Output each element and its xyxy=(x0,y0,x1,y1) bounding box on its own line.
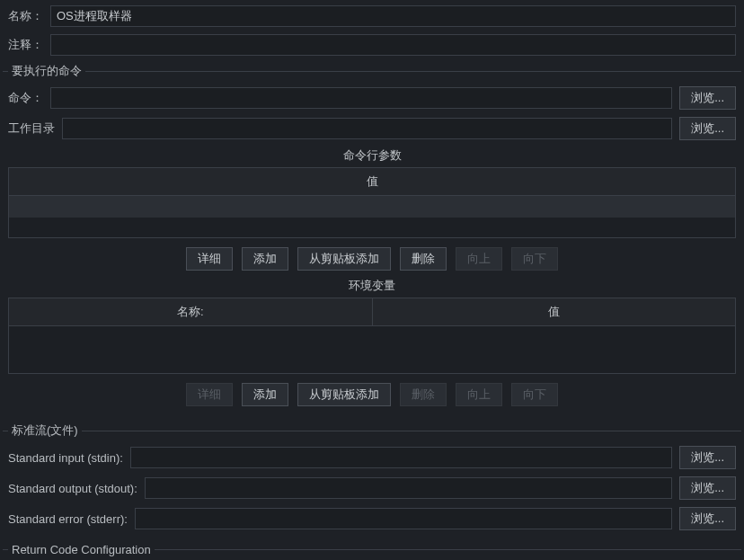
std-streams-group: 标准流(文件) Standard input (stdin): 浏览... St… xyxy=(3,422,741,538)
env-delete-button: 删除 xyxy=(400,383,447,406)
workdir-browse-button[interactable]: 浏览... xyxy=(679,117,736,140)
comment-label: 注释： xyxy=(8,37,43,53)
env-vars-title: 环境变量 xyxy=(8,278,736,294)
env-vars-body[interactable] xyxy=(9,326,735,373)
env-header-value[interactable]: 值 xyxy=(373,298,736,325)
command-group: 要执行的命令 命令： 浏览... 工作目录 浏览... 命令行参数 值 详细 添… xyxy=(3,63,741,417)
workdir-input[interactable] xyxy=(62,118,672,139)
std-streams-legend: 标准流(文件) xyxy=(8,422,82,439)
env-down-button: 向下 xyxy=(511,383,558,406)
env-up-button: 向上 xyxy=(456,383,502,406)
stdout-label: Standard output (stdout): xyxy=(8,482,137,495)
cmd-params-buttons: 详细 添加 从剪贴板添加 删除 向上 向下 xyxy=(8,247,736,271)
cmd-down-button: 向下 xyxy=(511,247,558,271)
cmd-add-button[interactable]: 添加 xyxy=(242,247,288,271)
cmd-params-title: 命令行参数 xyxy=(8,147,736,164)
env-vars-table: 名称: 值 xyxy=(8,298,736,374)
stderr-label: Standard error (stderr): xyxy=(8,512,128,526)
workdir-label: 工作目录 xyxy=(8,120,55,137)
name-input[interactable] xyxy=(50,5,736,27)
stdout-input[interactable] xyxy=(145,477,672,499)
env-add-button[interactable]: 添加 xyxy=(242,383,288,406)
command-input[interactable] xyxy=(50,87,672,109)
comment-input[interactable] xyxy=(50,34,736,56)
command-label: 命令： xyxy=(8,90,43,106)
env-detail-button: 详细 xyxy=(186,383,233,406)
cmd-add-clipboard-button[interactable]: 从剪贴板添加 xyxy=(297,247,391,271)
cmd-params-header-value[interactable]: 值 xyxy=(9,168,735,195)
stderr-input[interactable] xyxy=(135,508,672,529)
stderr-browse-button[interactable]: 浏览... xyxy=(679,507,736,530)
stdin-label: Standard input (stdin): xyxy=(8,451,123,465)
return-code-group: Return Code Configuration 检查返回码 预期返回代码： xyxy=(3,543,741,560)
name-label: 名称： xyxy=(8,8,43,24)
command-group-legend: 要执行的命令 xyxy=(8,63,85,79)
cmd-params-table: 值 xyxy=(8,167,736,238)
cmd-detail-button[interactable]: 详细 xyxy=(186,247,233,271)
env-add-clipboard-button[interactable]: 从剪贴板添加 xyxy=(297,383,391,406)
command-browse-button[interactable]: 浏览... xyxy=(679,86,736,110)
stdout-browse-button[interactable]: 浏览... xyxy=(679,476,736,500)
cmd-delete-button[interactable]: 删除 xyxy=(400,247,447,271)
table-row[interactable] xyxy=(9,196,735,218)
cmd-params-body[interactable] xyxy=(9,196,735,237)
stdin-input[interactable] xyxy=(130,447,672,468)
cmd-up-button: 向上 xyxy=(456,247,502,271)
env-header-name[interactable]: 名称: xyxy=(9,298,373,325)
env-vars-buttons: 详细 添加 从剪贴板添加 删除 向上 向下 xyxy=(8,383,736,406)
return-code-legend: Return Code Configuration xyxy=(8,543,155,556)
stdin-browse-button[interactable]: 浏览... xyxy=(679,446,736,469)
